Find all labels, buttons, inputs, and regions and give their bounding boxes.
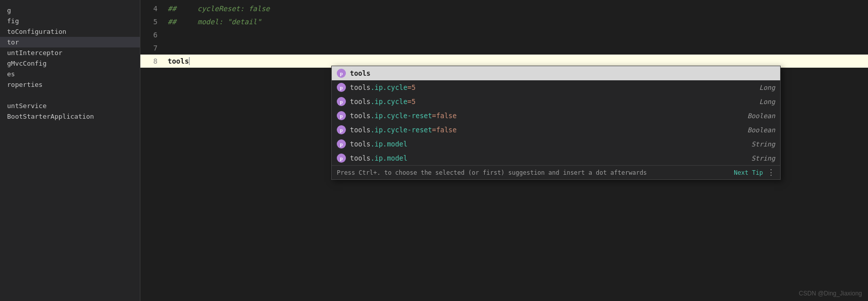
sidebar-item-g[interactable]: g	[0, 5, 140, 16]
line-content-8: tools	[166, 57, 868, 65]
sidebar-item-untservice[interactable]: untService	[0, 101, 140, 111]
autocomplete-type-2: Long	[759, 98, 775, 106]
code-line-6: 6	[140, 28, 868, 41]
autocomplete-icon-1: p	[337, 83, 346, 92]
line-content-5: ## model: "detail"	[166, 18, 868, 26]
footer-tip-text: Press Ctrl+. to choose the selected (or …	[337, 169, 732, 176]
autocomplete-label-1: tools.ip.cycle=5	[350, 83, 759, 91]
sidebar-item-bootstarterapplication[interactable]: BootStarterApplication	[0, 111, 140, 122]
typed-text: tools	[168, 57, 189, 65]
sidebar-item-roperties[interactable]: roperties	[0, 79, 140, 90]
more-options-icon[interactable]: ⋮	[767, 168, 775, 177]
autocomplete-label-0: tools	[350, 69, 775, 77]
autocomplete-dropdown: p tools p tools.ip.cycle=5 Long p tools.…	[331, 66, 781, 180]
autocomplete-label-5: tools.ip.model	[350, 140, 751, 148]
code-lines: 4 ## cycleReset: false 5 ## model: "deta…	[140, 0, 868, 68]
autocomplete-label-2: tools.ip.cycle=5	[350, 97, 759, 106]
autocomplete-item-3[interactable]: p tools.ip.cycle-reset=false Boolean	[332, 109, 780, 123]
sidebar-item-toconfiguration[interactable]: toConfiguration	[0, 26, 140, 37]
autocomplete-item-6[interactable]: p tools.ip.model String	[332, 151, 780, 165]
line-number-4: 4	[140, 5, 166, 13]
code-line-4: 4 ## cycleReset: false	[140, 2, 868, 15]
autocomplete-label-6: tools.ip.model	[350, 154, 751, 162]
next-tip-button[interactable]: Next Tip	[734, 169, 763, 176]
cursor	[189, 57, 190, 65]
autocomplete-label-4: tools.ip.cycle-reset=false	[350, 126, 747, 134]
autocomplete-icon-3: p	[337, 111, 346, 120]
sidebar-item-tor[interactable]: tor	[0, 37, 140, 47]
autocomplete-icon-6: p	[337, 154, 346, 163]
autocomplete-item-4[interactable]: p tools.ip.cycle-reset=false Boolean	[332, 123, 780, 137]
code-line-7: 7	[140, 41, 868, 55]
autocomplete-icon-4: p	[337, 125, 346, 134]
autocomplete-type-4: Boolean	[747, 126, 775, 134]
editor-content: 4 ## cycleReset: false 5 ## model: "deta…	[140, 0, 868, 68]
line-number-8: 8	[140, 57, 166, 65]
code-line-5: 5 ## model: "detail"	[140, 15, 868, 28]
sidebar-item-blank2	[0, 122, 140, 132]
autocomplete-item-5[interactable]: p tools.ip.model String	[332, 137, 780, 151]
sidebar: g fig toConfiguration tor untInterceptor…	[0, 0, 140, 301]
sidebar-item-untinterceptor[interactable]: untInterceptor	[0, 47, 140, 58]
line-number-5: 5	[140, 18, 166, 26]
autocomplete-icon-5: p	[337, 139, 346, 148]
sidebar-item-fig[interactable]: fig	[0, 16, 140, 26]
autocomplete-icon-2: p	[337, 97, 346, 106]
autocomplete-type-3: Boolean	[747, 112, 775, 120]
watermark: CSDN @Ding_Jiaxiong	[799, 290, 862, 297]
autocomplete-type-1: Long	[759, 84, 775, 91]
sidebar-item-blank1	[0, 90, 140, 101]
sidebar-item-es[interactable]: es	[0, 69, 140, 79]
autocomplete-type-6: String	[751, 155, 775, 162]
line-content-4: ## cycleReset: false	[166, 5, 868, 13]
autocomplete-type-5: String	[751, 140, 775, 148]
line-number-7: 7	[140, 44, 166, 52]
autocomplete-item-2[interactable]: p tools.ip.cycle=5 Long	[332, 94, 780, 109]
autocomplete-label-3: tools.ip.cycle-reset=false	[350, 112, 747, 120]
autocomplete-icon-0: p	[337, 69, 346, 78]
sidebar-item-gmvcconfig[interactable]: gMvcConfig	[0, 58, 140, 69]
autocomplete-footer: Press Ctrl+. to choose the selected (or …	[332, 165, 780, 179]
line-number-6: 6	[140, 31, 166, 39]
autocomplete-item-1[interactable]: p tools.ip.cycle=5 Long	[332, 80, 780, 94]
autocomplete-item-0[interactable]: p tools	[332, 66, 780, 80]
editor-area: 4 ## cycleReset: false 5 ## model: "deta…	[140, 0, 868, 301]
